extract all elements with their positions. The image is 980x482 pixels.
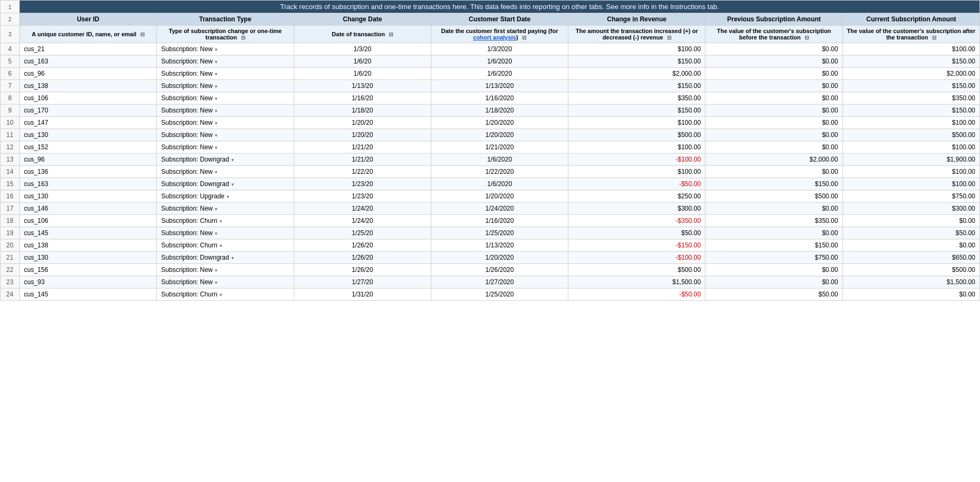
cell-user-id: cus_145 xyxy=(20,288,157,301)
dropdown-arrow-icon[interactable]: ▾ xyxy=(231,255,234,261)
cell-tx-type: Subscription: Downgrad▾ xyxy=(157,252,294,264)
table-row: 18 cus_106 Subscription: Churn▾ 1/24/20 … xyxy=(1,215,980,227)
dropdown-arrow-icon[interactable]: ▾ xyxy=(215,59,218,65)
cohort-link[interactable]: cohort analysis xyxy=(473,34,516,41)
cell-start-date: 1/6/2020 xyxy=(431,178,568,190)
dropdown-arrow-icon[interactable]: ▾ xyxy=(215,231,218,236)
cell-start-date: 1/20/2020 xyxy=(431,190,568,203)
cell-change-rev: $50.00 xyxy=(568,227,705,239)
row-num-8: 8 xyxy=(1,92,20,105)
cell-user-id: cus_170 xyxy=(20,105,157,117)
row-num-12: 12 xyxy=(1,141,20,154)
cell-user-id: cus_130 xyxy=(20,190,157,203)
header-customer-start-date[interactable]: Customer Start Date xyxy=(431,13,568,26)
cell-prev-amt: $0.00 xyxy=(705,68,842,80)
dropdown-arrow-icon[interactable]: ▾ xyxy=(215,47,218,52)
dropdown-arrow-icon[interactable]: ▾ xyxy=(215,206,218,212)
cell-change-date: 1/18/20 xyxy=(294,105,431,117)
cell-change-rev: $500.00 xyxy=(568,264,705,276)
dropdown-arrow-icon[interactable]: ▾ xyxy=(215,84,218,89)
dropdown-arrow-icon[interactable]: ▾ xyxy=(215,268,218,273)
row-num-23: 23 xyxy=(1,276,20,288)
dropdown-arrow-icon[interactable]: ▾ xyxy=(215,133,218,138)
cell-cur-amt: $0.00 xyxy=(842,215,979,227)
table-row: 9 cus_170 Subscription: New▾ 1/18/20 1/1… xyxy=(1,105,980,117)
cell-change-date: 1/21/20 xyxy=(294,141,431,154)
dropdown-arrow-icon[interactable]: ▾ xyxy=(215,145,218,150)
dropdown-arrow-icon[interactable]: ▾ xyxy=(215,120,218,126)
cell-tx-type: Subscription: New▾ xyxy=(157,166,294,178)
cell-cur-amt: $500.00 xyxy=(842,129,979,141)
dropdown-arrow-icon[interactable]: ▾ xyxy=(215,96,218,101)
cell-cur-amt: $300.00 xyxy=(842,203,979,215)
row-num-21: 21 xyxy=(1,252,20,264)
header-change-in-revenue[interactable]: Change in Revenue xyxy=(568,13,705,26)
cell-cur-amt: $100.00 xyxy=(842,117,979,129)
table-row: 10 cus_147 Subscription: New▾ 1/20/20 1/… xyxy=(1,117,980,129)
cell-user-id: cus_163 xyxy=(20,55,157,68)
desc-previous-subscription-amount: The value of the customer's subscription… xyxy=(705,26,842,43)
filter-prev-amt-icon[interactable]: ⊟ xyxy=(805,35,809,41)
dropdown-arrow-icon[interactable]: ▾ xyxy=(215,71,218,77)
cell-change-date: 1/23/20 xyxy=(294,178,431,190)
cell-change-rev: $100.00 xyxy=(568,43,705,55)
filter-tx-type-icon[interactable]: ⊟ xyxy=(241,35,245,41)
dropdown-arrow-icon[interactable]: ▾ xyxy=(231,182,234,187)
cell-tx-type: Subscription: New▾ xyxy=(157,227,294,239)
filter-cur-amt-icon[interactable]: ⊟ xyxy=(932,35,936,41)
dropdown-arrow-icon[interactable]: ▾ xyxy=(220,292,222,298)
cell-user-id: cus_130 xyxy=(20,129,157,141)
row-num-2: 2 xyxy=(1,13,20,26)
cell-tx-type: Subscription: Churn▾ xyxy=(157,215,294,227)
header-user-id[interactable]: User ID xyxy=(20,13,157,26)
filter-start-date-icon[interactable]: ⊟ xyxy=(522,35,526,41)
desc-transaction-type: Type of subscription change or one-time … xyxy=(157,26,294,43)
row-num-11: 11 xyxy=(1,129,20,141)
dropdown-arrow-icon[interactable]: ▾ xyxy=(215,108,218,114)
row-num-15: 15 xyxy=(1,178,20,190)
row-num-4: 4 xyxy=(1,43,20,55)
cell-change-date: 1/26/20 xyxy=(294,239,431,252)
cell-cur-amt: $2,000.00 xyxy=(842,68,979,80)
header-transaction-type[interactable]: Transaction Type xyxy=(157,13,294,26)
cell-start-date: 1/6/2020 xyxy=(431,68,568,80)
cell-cur-amt: $100.00 xyxy=(842,178,979,190)
cell-change-date: 1/20/20 xyxy=(294,117,431,129)
header-previous-subscription-amount[interactable]: Previous Subscription Amount xyxy=(705,13,842,26)
desc-customer-start-date: Date the customer first started paying (… xyxy=(431,26,568,43)
cell-start-date: 1/25/2020 xyxy=(431,288,568,301)
cell-cur-amt: $150.00 xyxy=(842,55,979,68)
row-num-5: 5 xyxy=(1,55,20,68)
cell-user-id: cus_147 xyxy=(20,117,157,129)
cell-prev-amt: $0.00 xyxy=(705,203,842,215)
cell-cur-amt: $100.00 xyxy=(842,141,979,154)
filter-user-id-icon[interactable]: ⊟ xyxy=(140,31,144,37)
filter-change-date-icon[interactable]: ⊟ xyxy=(389,31,393,37)
header-change-date[interactable]: Change Date xyxy=(294,13,431,26)
dropdown-arrow-icon[interactable]: ▾ xyxy=(231,157,234,163)
cell-change-rev: -$100.00 xyxy=(568,252,705,264)
cell-change-rev: $150.00 xyxy=(568,80,705,92)
cell-cur-amt: $1,900.00 xyxy=(842,154,979,166)
cell-start-date: 1/16/2020 xyxy=(431,92,568,105)
table-row: 20 cus_138 Subscription: Churn▾ 1/26/20 … xyxy=(1,239,980,252)
description-row: 3 A unique customer ID, name, or email ⊟… xyxy=(1,26,980,43)
table-row: 6 cus_96 Subscription: New▾ 1/6/20 1/6/2… xyxy=(1,68,980,80)
dropdown-arrow-icon[interactable]: ▾ xyxy=(227,194,229,199)
header-current-subscription-amount[interactable]: Current Subscription Amount xyxy=(842,13,979,26)
cell-user-id: cus_138 xyxy=(20,80,157,92)
cell-tx-type: Subscription: Downgrad▾ xyxy=(157,178,294,190)
cell-user-id: cus_156 xyxy=(20,264,157,276)
cell-prev-amt: $0.00 xyxy=(705,55,842,68)
dropdown-arrow-icon[interactable]: ▾ xyxy=(215,170,218,175)
dropdown-arrow-icon[interactable]: ▾ xyxy=(220,219,222,224)
row-num-16: 16 xyxy=(1,190,20,203)
dropdown-arrow-icon[interactable]: ▾ xyxy=(215,280,218,285)
cell-change-rev: -$150.00 xyxy=(568,239,705,252)
row-num-1: 1 xyxy=(1,1,20,13)
filter-change-rev-icon[interactable]: ⊟ xyxy=(667,35,671,41)
cell-tx-type: Subscription: Churn▾ xyxy=(157,239,294,252)
cell-tx-type: Subscription: Churn▾ xyxy=(157,288,294,301)
dropdown-arrow-icon[interactable]: ▾ xyxy=(220,243,222,248)
table-row: 13 cus_96 Subscription: Downgrad▾ 1/21/2… xyxy=(1,154,980,166)
